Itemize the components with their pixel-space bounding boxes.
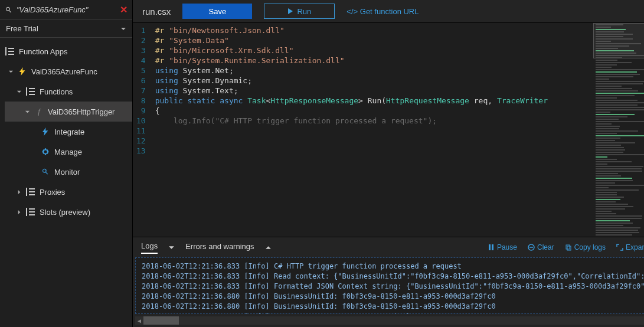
slots-label: Slots (preview) [40,208,90,217]
logs-output[interactable]: 2018-06-02T12:21:36.833 [Info] C# HTTP t… [135,257,644,314]
functions-node[interactable]: Functions [5,81,132,102]
search-icon [40,166,51,177]
function-apps-root[interactable]: Function Apps [5,41,132,61]
function-tree: Function Apps VaiD365AzureFunc Functions… [0,38,132,222]
copy-logs-button[interactable]: Copy logs [565,243,606,251]
clear-search-icon[interactable]: ✕ [120,5,128,15]
scroll-left-arrow[interactable]: ◄ [135,316,143,325]
subscription-label: Free Trial [6,24,38,33]
copy-icon [565,244,572,251]
main-area: run.csx Save Run </> Get function URL 12… [133,0,644,327]
play-icon [287,8,293,14]
bolt-icon [17,66,28,77]
gear-icon [40,146,51,157]
integrate-node[interactable]: Integrate [5,122,132,142]
subscription-selector[interactable]: Free Trial [0,20,132,38]
search-input[interactable] [17,5,116,14]
proxies-label: Proxies [40,188,65,197]
function-icon: f [34,106,44,117]
logs-toolbar: Logs Errors and warnings Pause Clear Cop… [133,237,644,257]
list-icon [5,47,15,55]
chevron-up-icon[interactable] [265,244,272,251]
search-icon [5,6,13,14]
trigger-node[interactable]: f VaiD365HttpTrigger [5,102,132,122]
code-editor[interactable]: 12345678910111213 #r "bin/Newtonsoft.Jso… [133,22,644,237]
expand-icon [616,244,623,251]
filename-label: run.csx [142,6,171,17]
app-label: VaiD365AzureFunc [31,67,97,76]
copy-label: Copy logs [574,243,606,251]
app-node[interactable]: VaiD365AzureFunc [5,61,132,81]
get-function-url-link[interactable]: </> Get function URL [346,7,419,16]
expand-button[interactable]: Expand [616,243,644,251]
trigger-label: VaiD365HttpTrigger [48,107,115,116]
functions-label: Functions [40,87,73,96]
chevron-down-icon [120,26,126,32]
logs-tab[interactable]: Logs [141,241,158,254]
manage-label: Manage [54,148,82,156]
chevron-down-icon[interactable] [168,244,175,251]
caret-right-icon [17,210,22,215]
line-gutter: 12345678910111213 [133,23,152,237]
run-label: Run [297,7,311,16]
list-icon [26,87,35,96]
svg-rect-2 [567,246,571,250]
pause-label: Pause [497,243,517,251]
horizontal-scrollbar[interactable]: ◄ ► [135,316,644,325]
svg-rect-1 [566,245,570,249]
errors-tab[interactable]: Errors and warnings [185,242,254,253]
caret-down-icon [17,89,22,94]
caret-right-icon [17,189,22,195]
save-button[interactable]: Save [182,4,252,19]
pause-button[interactable]: Pause [488,243,517,251]
clear-label: Clear [537,243,554,251]
search-bar: ✕ [0,0,132,20]
run-button[interactable]: Run [264,4,335,19]
manage-node[interactable]: Manage [5,142,132,162]
scrollbar-thumb[interactable] [143,316,179,325]
slots-node[interactable]: Slots (preview) [5,202,132,222]
proxies-node[interactable]: Proxies [5,182,132,202]
editor-toolbar: run.csx Save Run </> Get function URL [133,0,644,22]
monitor-node[interactable]: Monitor [5,162,132,182]
clear-button[interactable]: Clear [528,243,554,251]
integrate-label: Integrate [54,127,84,136]
clear-icon [528,244,535,251]
caret-down-icon [25,109,30,115]
list-icon [26,208,35,216]
code-body[interactable]: #r "bin/Newtonsoft.Json.dll"#r "System.D… [152,23,593,237]
list-icon [26,188,35,196]
pause-icon [488,244,495,251]
sidebar: ✕ Free Trial Function Apps VaiD365AzureF… [0,0,133,327]
function-apps-label: Function Apps [19,47,67,56]
minimap-viewport[interactable] [593,23,644,58]
expand-label: Expand [626,243,644,251]
minimap[interactable] [593,23,644,237]
monitor-label: Monitor [54,168,80,176]
caret-down-icon [8,69,14,74]
bolt-icon [40,126,51,137]
